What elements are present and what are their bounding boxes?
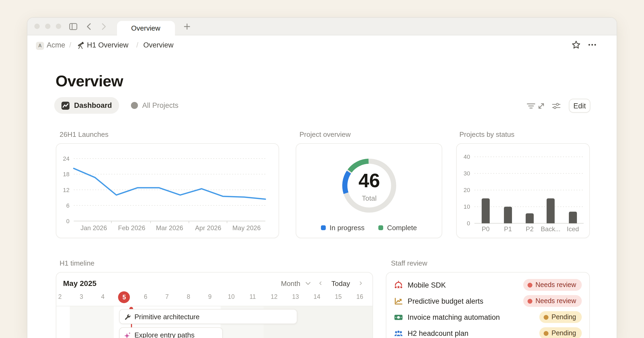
- chevron-down-icon[interactable]: [305, 279, 310, 287]
- timeline-day: 8: [187, 293, 190, 300]
- sidebar-toggle-icon[interactable]: [69, 22, 78, 31]
- staff-review-title: Staff review: [391, 259, 427, 267]
- forward-icon[interactable]: [99, 22, 108, 31]
- banknote-icon: [394, 313, 403, 322]
- staff-row-invoice-matching-automation[interactable]: Invoice matching automation Pending: [394, 310, 581, 325]
- view-tab-all-projects-label: All Projects: [142, 101, 178, 109]
- timeline-day: 3: [80, 293, 83, 300]
- sliders-icon[interactable]: [551, 101, 561, 111]
- legend-swatch-in-progress: [321, 225, 326, 230]
- edit-button[interactable]: Edit: [569, 99, 590, 113]
- legend-swatch-complete: [378, 225, 383, 230]
- timeline-day: 2: [58, 293, 62, 300]
- y-tick-label: 0: [66, 218, 69, 225]
- timeline-event-label: Explore entry paths: [134, 331, 195, 338]
- timeline-day: 15: [335, 293, 342, 300]
- staff-row-h2-headcount-plan[interactable]: H2 headcount plan Pending: [394, 326, 581, 338]
- status-badge-pending[interactable]: Pending: [539, 311, 581, 323]
- status-dot: [543, 315, 548, 319]
- status-badge-label: Needs review: [536, 281, 576, 289]
- workspace-avatar[interactable]: A: [36, 42, 44, 50]
- status-badge-pending[interactable]: Pending: [539, 327, 581, 338]
- staff-row-mobile-sdk[interactable]: Mobile SDK Needs review: [394, 277, 581, 292]
- expand-icon[interactable]: [536, 101, 546, 111]
- staff-review-card: Mobile SDK Needs review Predictive budge…: [386, 272, 590, 338]
- donut-segment-in-progress: [345, 172, 349, 193]
- view-tab-dashboard[interactable]: Dashboard: [54, 97, 119, 114]
- timeline-day: 10: [228, 293, 235, 300]
- x-tick-label: P2: [525, 225, 533, 233]
- breadcrumb-parent[interactable]: H1 Overview: [87, 41, 129, 49]
- timeline-card: May 2025 Month ‹ Today › 234567891011121…: [56, 272, 373, 338]
- status-badge-needs-review[interactable]: Needs review: [523, 295, 581, 307]
- view-tab-dashboard-label: Dashboard: [74, 101, 112, 109]
- projects-by-status-bar-chart-card[interactable]: 403020100P0P1P2Back...Iced: [456, 143, 590, 238]
- breadcrumb-workspace[interactable]: Acme: [47, 41, 65, 49]
- page-title: Overview: [56, 72, 123, 90]
- timeline-prev-icon[interactable]: ‹: [319, 278, 322, 288]
- project-overview-title: Project overview: [299, 130, 351, 138]
- staff-item-label: Predictive budget alerts: [408, 297, 483, 305]
- staff-item-label: Mobile SDK: [408, 281, 446, 289]
- timeline-event-explore-entry-paths[interactable]: Explore entry paths: [119, 327, 222, 338]
- staff-item-label: H2 headcount plan: [408, 329, 469, 337]
- bar-Iced: [569, 212, 577, 223]
- x-tick-label: Jan 2026: [80, 224, 107, 232]
- all-projects-icon: [131, 102, 138, 109]
- line-series: [74, 168, 265, 199]
- legend-item-in-progress: In progress: [321, 223, 364, 232]
- projects-by-status-title: Projects by status: [459, 130, 514, 138]
- x-tick-label: Feb 2026: [118, 224, 145, 232]
- more-options-icon[interactable]: [588, 41, 597, 50]
- timeline-next-icon[interactable]: ›: [359, 278, 362, 288]
- status-dot: [528, 299, 532, 303]
- y-tick-label: 18: [63, 171, 69, 178]
- x-tick-label: P1: [504, 225, 511, 233]
- traffic-light-zoom[interactable]: [56, 24, 61, 29]
- donut-total-value: 46: [358, 170, 380, 191]
- timeline-title: H1 timeline: [60, 259, 94, 267]
- donut-total-label: Total: [362, 194, 377, 202]
- traffic-light-close[interactable]: [34, 24, 40, 29]
- y-tick-label: 6: [66, 202, 69, 209]
- trend-chart-icon: [394, 296, 403, 306]
- traffic-light-minimize[interactable]: [45, 24, 50, 29]
- staff-row-predictive-budget-alerts[interactable]: Predictive budget alerts Needs review: [394, 293, 581, 308]
- people-icon: [394, 329, 403, 338]
- project-overview-donut-chart: 46Total: [296, 144, 442, 237]
- timeline-header: May 2025 Month ‹ Today ›: [56, 273, 372, 295]
- filter-icon[interactable]: [526, 101, 536, 111]
- timeline-day: 4: [101, 293, 105, 300]
- status-dot: [543, 331, 548, 336]
- status-badge-needs-review[interactable]: Needs review: [523, 279, 581, 291]
- timeline-day: 14: [313, 293, 320, 300]
- back-icon[interactable]: [84, 22, 93, 31]
- status-badge-label: Needs review: [536, 297, 576, 305]
- y-tick-label: 10: [463, 203, 470, 210]
- project-overview-donut-card[interactable]: 46Total In progress Complete: [296, 143, 442, 238]
- timeline-day: 11: [250, 293, 256, 300]
- carousel-icon: [394, 280, 403, 289]
- launches-line-chart: 24181260Jan 2026Feb 2026Mar 2026Apr 2026…: [56, 144, 278, 237]
- timeline-zoom-select[interactable]: Month: [281, 280, 300, 288]
- new-tab-icon[interactable]: [182, 22, 192, 31]
- tab-overview[interactable]: Overview: [117, 21, 175, 36]
- view-tab-all-projects[interactable]: All Projects: [124, 97, 185, 114]
- favorite-star-icon[interactable]: [572, 40, 581, 51]
- timeline-day: 16: [356, 293, 363, 300]
- timeline-day: 9: [208, 293, 212, 300]
- timeline-weekend-band: [70, 306, 114, 338]
- bar-Back...: [546, 198, 554, 223]
- donut-legend: In progress Complete: [296, 223, 442, 232]
- timeline-event-primitive-architecture[interactable]: Primitive architecture: [119, 309, 297, 324]
- x-tick-label: May 2026: [232, 224, 261, 232]
- timeline-month-label: May 2025: [63, 279, 97, 288]
- breadcrumb-current[interactable]: Overview: [143, 41, 174, 49]
- launches-line-chart-card[interactable]: 24181260Jan 2026Feb 2026Mar 2026Apr 2026…: [56, 143, 279, 238]
- sparkle-icon: [124, 331, 131, 338]
- telescope-icon: [76, 41, 85, 51]
- projects-by-status-bar-chart: 403020100P0P1P2Back...Iced: [456, 144, 589, 237]
- timeline-day: 13: [292, 293, 299, 300]
- stage: Overview A Acme / H1 Overview / Overview: [0, 0, 644, 338]
- timeline-today-button[interactable]: Today: [331, 280, 350, 288]
